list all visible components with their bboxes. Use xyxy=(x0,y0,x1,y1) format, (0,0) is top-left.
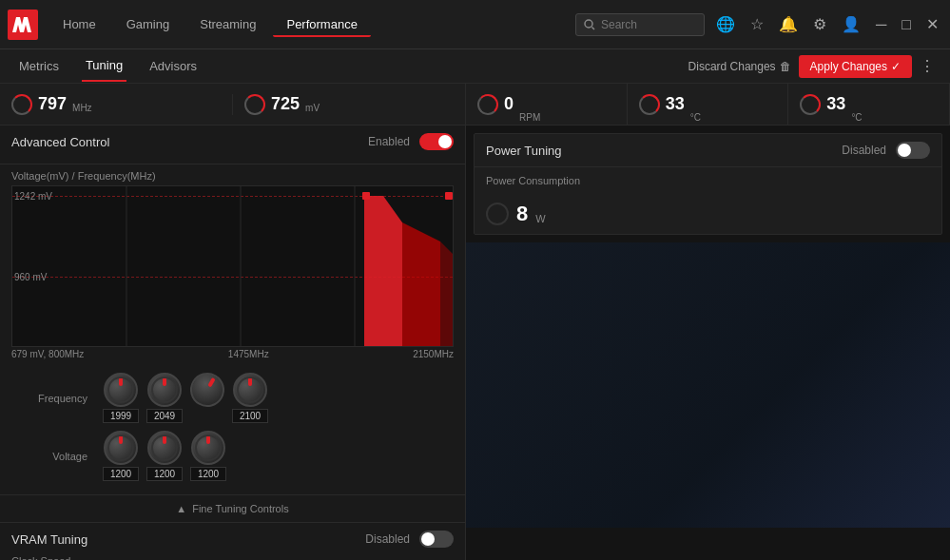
fine-tuning-label: Fine Tuning Controls xyxy=(192,503,289,514)
power-value-row: 8 W xyxy=(475,194,941,234)
temp1-value: 33 xyxy=(666,94,685,114)
rpm-gauge xyxy=(477,94,498,115)
volt-value-3[interactable] xyxy=(190,467,226,481)
volt-knob-dial-1[interactable] xyxy=(104,431,138,465)
vram-toggle[interactable] xyxy=(419,531,454,548)
search-input[interactable] xyxy=(601,18,696,31)
apply-label: Apply Changes xyxy=(810,60,887,73)
frequency-section: Frequency xyxy=(0,367,465,494)
stat-mv: 725 mV xyxy=(233,94,465,115)
vram-status: Disabled xyxy=(365,532,410,546)
check-icon: ✓ xyxy=(891,60,901,73)
advanced-control-status: Enabled xyxy=(368,135,410,148)
sub-nav-tuning[interactable]: Tuning xyxy=(82,50,126,82)
nav-streaming[interactable]: Streaming xyxy=(186,11,269,37)
discard-changes-button[interactable]: Discard Changes 🗑 xyxy=(688,60,791,73)
profile-icon[interactable]: 👤 xyxy=(838,11,864,37)
volt-value-2[interactable] xyxy=(146,467,183,481)
vram-tuning-section: VRAM Tuning Disabled Clock Speed 202 MHz xyxy=(0,522,465,560)
amd-logo xyxy=(8,10,38,40)
right-bg xyxy=(466,242,950,528)
mv-gauge xyxy=(244,94,265,115)
bookmark-icon[interactable]: ☆ xyxy=(746,11,767,37)
mhz-unit: MHz xyxy=(72,103,92,113)
chart-svg xyxy=(12,185,454,346)
freq-knob-dial-3[interactable] xyxy=(233,373,267,407)
search-box[interactable] xyxy=(575,13,705,36)
svg-marker-4 xyxy=(402,222,440,346)
voltage-frequency-chart[interactable]: 1242 mV 960 mV xyxy=(11,185,454,347)
temp2-gauge xyxy=(800,94,821,115)
sub-nav-actions: Discard Changes 🗑 Apply Changes ✓ ⋮ xyxy=(688,55,935,78)
volt-knob-dial-2[interactable] xyxy=(147,431,182,465)
temp1-gauge xyxy=(639,94,660,115)
freq-value-3[interactable] xyxy=(232,409,268,423)
clock-speed-label: Clock Speed xyxy=(11,555,454,560)
nav-home[interactable]: Home xyxy=(49,11,109,37)
freq-value-2[interactable] xyxy=(146,409,183,423)
vram-title: VRAM Tuning xyxy=(11,532,87,547)
chart-x-labels: 679 mV, 800MHz 1475MHz 2150MHz xyxy=(11,347,454,361)
temp1-unit: °C xyxy=(690,112,701,123)
settings-icon[interactable]: ⚙ xyxy=(809,11,830,37)
power-value: 8 xyxy=(516,202,528,226)
volt-knob-3 xyxy=(190,431,226,481)
globe-icon[interactable]: 🌐 xyxy=(712,11,739,37)
chart-x-mid: 1475MHz xyxy=(228,349,269,359)
mhz-value: 797 xyxy=(38,94,67,114)
nav-right: 🌐 ☆ 🔔 ⚙ 👤 ─ □ ✕ xyxy=(575,11,942,37)
volt-knob-2 xyxy=(146,431,183,481)
close-icon[interactable]: ✕ xyxy=(922,11,942,37)
stat-temp-1: 33 °C xyxy=(628,84,789,125)
volt-knob-dial-3[interactable] xyxy=(191,431,225,465)
mhz-gauge xyxy=(11,94,32,115)
sub-nav-metrics[interactable]: Metrics xyxy=(15,51,63,81)
advanced-control-label: Advanced Control xyxy=(11,135,109,149)
frequency-label: Frequency xyxy=(11,393,87,404)
fine-tuning-bar[interactable]: ▲ Fine Tuning Controls xyxy=(0,494,465,522)
power-tuning-toggle[interactable] xyxy=(896,142,930,159)
power-tuning-section: Power Tuning Disabled Power Consumption … xyxy=(474,133,942,235)
maximize-icon[interactable]: □ xyxy=(898,12,915,37)
main-layout: 797 MHz 725 mV Advanced Control Enabled … xyxy=(0,84,950,560)
freq-knob-2 xyxy=(146,373,183,423)
svg-point-0 xyxy=(585,20,592,28)
frequency-knobs xyxy=(103,373,268,423)
advanced-control-toggle[interactable] xyxy=(419,133,454,150)
svg-marker-2 xyxy=(364,196,383,346)
mv-value: 725 xyxy=(271,94,300,114)
apply-changes-button[interactable]: Apply Changes ✓ xyxy=(799,55,912,78)
vram-header: VRAM Tuning Disabled xyxy=(11,531,454,548)
volt-knob-1 xyxy=(103,431,139,481)
rpm-unit: RPM xyxy=(519,112,540,123)
freq-value-1[interactable] xyxy=(103,409,139,423)
svg-marker-5 xyxy=(440,241,454,346)
advanced-control-section: Advanced Control Enabled xyxy=(0,126,465,164)
power-consumption-row: Power Consumption xyxy=(475,167,941,194)
freq-knob-3b xyxy=(232,373,268,423)
nav-performance[interactable]: Performance xyxy=(273,11,370,37)
frequency-row: Frequency xyxy=(11,373,454,423)
top-nav: Home Gaming Streaming Performance 🌐 ☆ 🔔 … xyxy=(0,0,950,49)
svg-line-1 xyxy=(591,27,594,29)
discard-label: Discard Changes xyxy=(688,60,776,73)
svg-marker-3 xyxy=(383,196,402,346)
right-stats-row: 0 RPM 33 °C 33 °C xyxy=(466,84,950,126)
freq-knob-dial-1[interactable] xyxy=(104,373,138,407)
chart-label: Voltage(mV) / Frequency(MHz) xyxy=(11,170,454,182)
voltage-knobs xyxy=(103,431,226,481)
power-consumption-label: Power Consumption xyxy=(486,175,580,186)
volt-value-1[interactable] xyxy=(103,467,139,481)
power-tuning-header: Power Tuning Disabled xyxy=(475,134,941,167)
minimize-icon[interactable]: ─ xyxy=(872,12,890,37)
freq-knob-dial-2[interactable] xyxy=(147,373,182,407)
sub-nav: Metrics Tuning Advisors Discard Changes … xyxy=(0,49,950,84)
temp2-value: 33 xyxy=(826,94,845,114)
bell-icon[interactable]: 🔔 xyxy=(775,11,802,37)
chart-x-left: 679 mV, 800MHz xyxy=(11,349,84,359)
nav-gaming[interactable]: Gaming xyxy=(113,11,184,37)
temp2-unit: °C xyxy=(851,112,862,123)
sub-nav-advisors[interactable]: Advisors xyxy=(145,51,201,81)
more-options-button[interactable]: ⋮ xyxy=(920,57,935,75)
stat-temp-2: 33 °C xyxy=(788,84,950,125)
